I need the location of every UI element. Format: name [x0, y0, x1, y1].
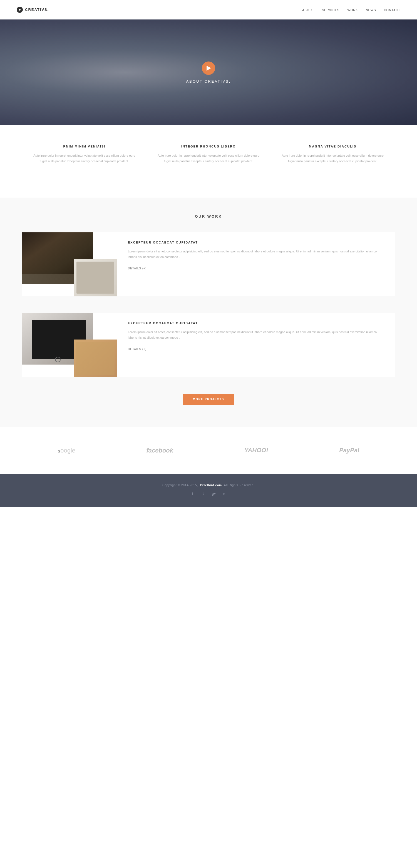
spacer [0, 181, 417, 197]
client-logo-yahoo: YAHOO! [244, 447, 268, 454]
hero-title: ABOUT CREATIVS. [186, 79, 231, 84]
work-item-1-images [22, 232, 117, 297]
work-item-1-content: EXCEPTEUR OCCAECAT CUPIDATAT Lorem ipsum… [117, 232, 395, 279]
feature-3: MAGNA VITAE DIACULIS Aute irure dolor in… [271, 145, 395, 164]
features-section: RNIM MINIM VENIAISI Aute irure dolor in … [0, 125, 417, 181]
site-footer: Copyright © 2014-2015, Pixelhint.com All… [0, 474, 417, 507]
feature-2-text: Aute irure dolor in reprehenderit intor … [158, 153, 259, 164]
social-icon-twitter[interactable]: t [200, 491, 206, 497]
main-nav: About Services Work News Contact [302, 7, 400, 12]
social-icon-rss[interactable]: ▸ [221, 491, 228, 497]
client-logo-google: Google [58, 446, 75, 454]
work-item-2-title: EXCEPTEUR OCCAECAT CUPIDATAT [128, 321, 384, 325]
feature-2: INTEGER RHONCUS LIBERO Aute irure dolor … [146, 145, 271, 164]
logo-icon [17, 7, 23, 13]
social-icon-facebook[interactable]: f [189, 491, 196, 497]
nav-item-contact[interactable]: Contact [384, 7, 400, 12]
work-section-title: OUR WORK [22, 214, 395, 218]
work-item-2-images [22, 313, 117, 377]
feature-1-text: Aute irure dolor in reprehenderit intor … [33, 153, 135, 164]
client-logo-facebook: facebook [146, 446, 173, 454]
work-item-2-content: EXCEPTEUR OCCAECAT CUPIDATAT Lorem ipsum… [117, 313, 395, 360]
nav-list: About Services Work News Contact [302, 7, 400, 12]
work-item-2: EXCEPTEUR OCCAECAT CUPIDATAT Lorem ipsum… [22, 313, 395, 377]
play-button[interactable] [202, 62, 215, 75]
client-logo-paypal: PayPal [339, 447, 359, 454]
clients-section: Google facebook YAHOO! PayPal [0, 427, 417, 474]
nav-item-services[interactable]: Services [322, 7, 340, 12]
feature-3-title: MAGNA VITAE DIACULIS [282, 145, 384, 148]
work-item-1-desc: Lorem ipsum dolor sit amet, consectetur … [128, 249, 384, 260]
logo[interactable]: CREATIVS. [17, 7, 49, 13]
work-item-1-image-secondary [74, 259, 117, 297]
more-projects-button[interactable]: MORE PROJECTS [183, 394, 234, 405]
play-icon [207, 66, 211, 71]
work-item-1: EXCEPTEUR OCCAECAT CUPIDATAT Lorem ipsum… [22, 232, 395, 297]
nav-item-news[interactable]: News [366, 7, 376, 12]
work-item-1-title: EXCEPTEUR OCCAECAT CUPIDATAT [128, 241, 384, 244]
work-item-1-details-link[interactable]: DETAILS (+) [128, 267, 146, 270]
feature-2-title: INTEGER RHONCUS LIBERO [158, 145, 259, 148]
footer-social-icons: f t g+ ▸ [22, 491, 395, 497]
social-icon-googleplus[interactable]: g+ [211, 491, 217, 497]
site-header: CREATIVS. About Services Work News Conta… [0, 0, 417, 20]
footer-copy-link[interactable]: Pixelhint.com [200, 484, 222, 487]
feature-3-text: Aute irure dolor in reprehenderit intor … [282, 153, 384, 164]
logo-text: CREATIVS. [25, 7, 49, 12]
feature-1-title: RNIM MINIM VENIAISI [33, 145, 135, 148]
more-projects-wrapper: MORE PROJECTS [22, 394, 395, 405]
footer-copyright: Copyright © 2014-2015, Pixelhint.com All… [22, 484, 395, 487]
work-item-2-details-link[interactable]: DETAILS (+) [128, 348, 146, 351]
work-item-2-image-secondary [74, 340, 117, 377]
nav-item-about[interactable]: About [302, 7, 314, 12]
footer-copy-text: Copyright © 2014-2015, [162, 484, 198, 487]
logo-dot [19, 9, 21, 10]
nav-item-work[interactable]: Work [347, 7, 358, 12]
hero-section: ABOUT CREATIVS. [0, 20, 417, 125]
hero-content: ABOUT CREATIVS. [186, 62, 231, 84]
footer-copy-suffix: All Rights Reserved. [224, 484, 255, 487]
work-section: OUR WORK EXCEPTEUR OCCAECAT CUPIDATAT Lo… [0, 197, 417, 427]
work-item-2-desc: Lorem ipsum dolor sit amet, consectetur … [128, 329, 384, 341]
feature-1: RNIM MINIM VENIAISI Aute irure dolor in … [22, 145, 146, 164]
